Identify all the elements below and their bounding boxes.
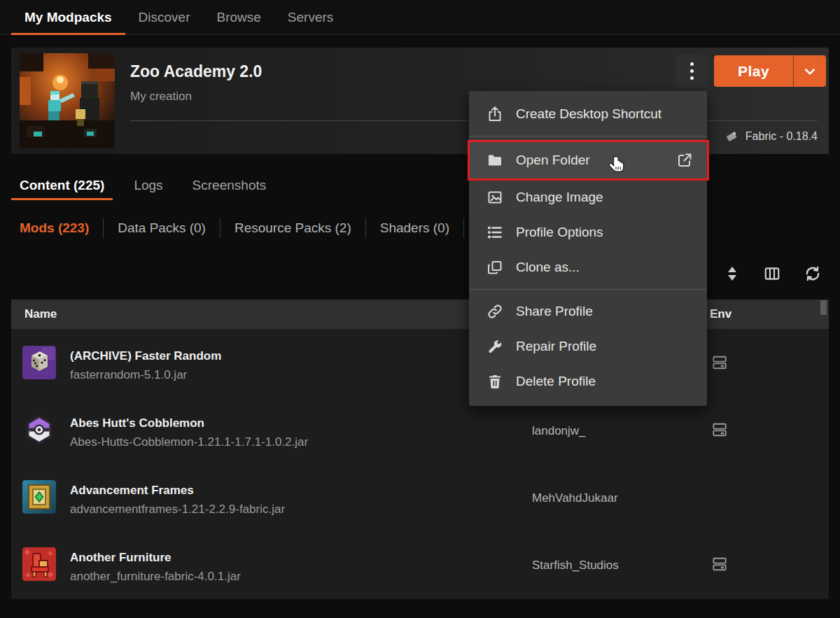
menu-item-repair-profile[interactable]: Repair Profile <box>469 329 707 364</box>
mod-filename: fasterrandom-5.1.0.jar <box>70 368 187 382</box>
menu-item-clone-as[interactable]: Clone as... <box>469 250 707 285</box>
fabric-loader-icon <box>724 129 739 144</box>
mod-icon-faster-random <box>22 346 56 379</box>
profile-context-menu: Create Desktop Shortcut Open Folder Chan… <box>469 91 707 406</box>
link-icon <box>486 303 503 320</box>
kebab-icon <box>690 62 694 80</box>
nav-item-discover[interactable]: Discover <box>125 0 204 34</box>
mod-name: Advancement Frames <box>70 484 194 498</box>
mod-name: (ARCHIVE) Faster Random <box>70 349 221 363</box>
columns-icon[interactable] <box>763 265 781 283</box>
table-row[interactable]: Abes Hutt's Cobblemon Abes-Hutts-Cobblem… <box>11 396 829 463</box>
tab-content[interactable]: Content (225) <box>11 170 113 200</box>
list-icon <box>486 224 503 241</box>
subtab-divider <box>220 218 220 238</box>
subtab-shaders[interactable]: Shaders (0) <box>372 220 458 236</box>
mod-author: Starfish_Studios <box>532 559 619 573</box>
image-icon <box>486 189 503 206</box>
column-header-name[interactable]: Name <box>11 307 57 321</box>
clone-icon <box>486 259 503 276</box>
share-icon <box>486 106 503 122</box>
table-row[interactable]: Advancement Frames advancementframes-1.2… <box>11 463 829 531</box>
trash-icon <box>486 373 503 390</box>
server-icon <box>712 355 727 370</box>
content-filter-tabs: Mods (223) Data Packs (0) Resource Packs… <box>11 216 470 241</box>
menu-item-delete-profile[interactable]: Delete Profile <box>469 364 707 399</box>
mod-author: landonjw_ <box>532 424 586 438</box>
menu-separator <box>469 136 707 136</box>
mod-name: Another Furniture <box>70 551 172 565</box>
mod-name: Abes Hutt's Cobblemon <box>70 416 204 430</box>
mod-filename: advancementframes-1.21-2.2.9-fabric.jar <box>70 503 285 517</box>
column-header-env[interactable]: Env <box>710 307 732 321</box>
nav-item-my-modpacks[interactable]: My Modpacks <box>11 0 125 34</box>
subtab-mods[interactable]: Mods (223) <box>11 220 97 236</box>
wrench-icon <box>486 338 503 355</box>
modpack-subtitle: My creation <box>130 90 192 104</box>
menu-item-create-desktop-shortcut[interactable]: Create Desktop Shortcut <box>469 97 707 132</box>
mod-icon-another-furniture <box>22 547 56 581</box>
mod-icon-cobblemon <box>22 413 56 447</box>
subtab-resource-packs[interactable]: Resource Packs (2) <box>226 220 360 236</box>
menu-item-profile-options[interactable]: Profile Options <box>469 215 707 250</box>
tab-logs[interactable]: Logs <box>125 170 171 200</box>
mod-filename: Abes-Hutts-Cobblemon-1.21.1-1.7.1-1.0.2.… <box>70 435 308 449</box>
modpack-title: Zoo Academy 2.0 <box>130 62 262 81</box>
chevron-down-icon <box>803 64 817 78</box>
tab-screenshots[interactable]: Screenshots <box>184 170 275 200</box>
external-link-icon <box>676 152 693 169</box>
horizontal-scrollbar-thumb[interactable] <box>820 300 827 315</box>
mod-icon-advancement-frames <box>22 480 56 514</box>
menu-item-share-profile[interactable]: Share Profile <box>469 294 707 329</box>
content-tabs: Content (225) Logs Screenshots <box>11 170 287 200</box>
loader-item: Fabric - 0.18.4 <box>724 129 818 144</box>
server-icon <box>712 556 727 572</box>
refresh-icon[interactable] <box>804 265 822 283</box>
loader-label: Fabric - 0.18.4 <box>746 130 818 143</box>
mod-filename: another_furniture-fabric-4.0.1.jar <box>70 570 241 584</box>
more-options-button[interactable] <box>676 55 708 87</box>
menu-item-open-folder[interactable]: Open Folder <box>469 141 707 180</box>
play-options-button[interactable] <box>794 55 826 87</box>
menu-item-change-image[interactable]: Change Image <box>469 180 707 215</box>
server-icon <box>712 422 727 437</box>
nav-item-browse[interactable]: Browse <box>204 0 274 34</box>
nav-item-servers[interactable]: Servers <box>274 0 346 34</box>
play-split-button: Play <box>714 55 826 87</box>
mod-author: MehVahdJukaar <box>532 491 618 505</box>
subtab-divider <box>463 218 464 238</box>
modpack-cover-image <box>20 53 115 148</box>
folder-icon <box>486 152 503 169</box>
play-button[interactable]: Play <box>714 55 794 87</box>
sort-icon[interactable] <box>724 265 741 283</box>
menu-separator <box>469 289 707 290</box>
table-row[interactable]: Another Furniture another_furniture-fabr… <box>11 531 829 598</box>
subtab-data-packs[interactable]: Data Packs (0) <box>109 220 214 236</box>
top-navigation: My Modpacks Discover Browse Servers <box>0 0 840 35</box>
subtab-divider <box>103 218 104 238</box>
table-toolbar <box>724 265 822 283</box>
subtab-divider <box>365 218 366 238</box>
